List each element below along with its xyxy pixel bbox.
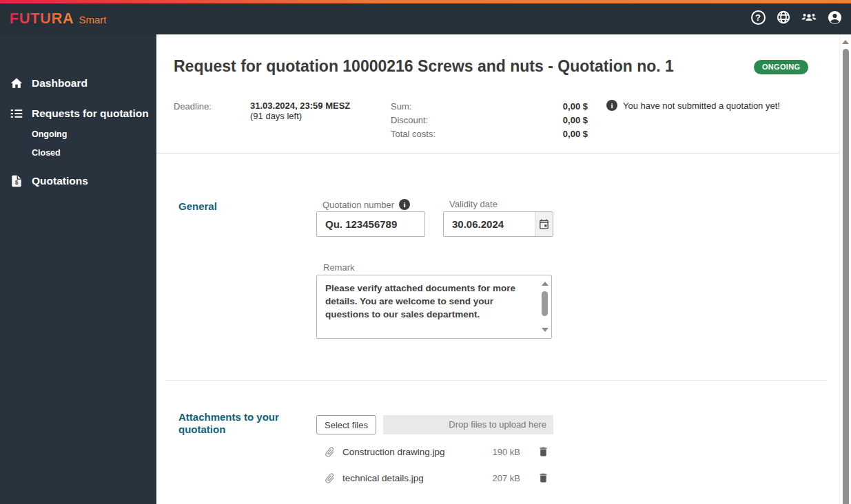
help-icon: ? <box>751 10 766 25</box>
sidebar-item-ongoing[interactable]: Ongoing <box>0 128 156 140</box>
sidebar-item-dashboard[interactable]: Dashboard <box>0 74 156 92</box>
remark-label: Remark <box>323 262 355 273</box>
deadline-label: Deadline: <box>174 101 212 112</box>
sidebar-item-closed[interactable]: Closed <box>0 147 156 159</box>
sidebar-item-requests-for-quotation[interactable]: Requests for quotation <box>0 105 156 123</box>
home-icon <box>10 76 23 90</box>
validity-date-label: Validity date <box>449 199 498 209</box>
attachment-file-name: Construction drawing.jpg <box>342 447 445 457</box>
status-badge: ONGOING <box>754 60 808 74</box>
app-logo: FUTURA Smart <box>10 10 106 28</box>
account-icon <box>827 10 843 25</box>
general-section-heading: General <box>178 200 217 212</box>
remark-scrollbar-thumb[interactable] <box>542 291 548 316</box>
discount-value: 0,00 $ <box>501 115 588 125</box>
app-header: FUTURA Smart ? <box>0 0 851 34</box>
file-dropzone[interactable]: Drop files to upload here <box>383 415 553 434</box>
submission-info-message: You have not submitted a quotation yet! <box>623 101 780 111</box>
sum-value: 0,00 $ <box>501 101 588 112</box>
attachment-file-name: technical details.jpg <box>342 473 424 483</box>
validity-date-input[interactable] <box>444 212 535 236</box>
remark-scrollbar[interactable] <box>540 277 549 337</box>
page-scrollbar-thumb[interactable] <box>843 49 849 504</box>
header-icon-group: ? <box>750 9 843 25</box>
quotation-document-icon: $ <box>10 174 23 188</box>
trash-icon <box>537 445 549 458</box>
sidebar-item-label: Requests for quotation <box>32 107 149 120</box>
list-icon <box>10 107 23 120</box>
scroll-up-icon[interactable] <box>842 40 849 44</box>
scroll-up-icon[interactable] <box>542 282 548 286</box>
brand-suffix: Smart <box>79 14 106 25</box>
page-title: Request for quotation 10000216 Screws an… <box>174 57 746 76</box>
submission-info: i You have not submitted a quotation yet… <box>606 100 780 111</box>
deadline-days-left: (91 days left) <box>250 111 302 121</box>
paperclip-icon <box>322 470 338 487</box>
remark-textarea[interactable]: Please verify attached documents for mor… <box>316 275 552 339</box>
discount-label: Discount: <box>391 115 428 125</box>
page-scrollbar[interactable] <box>839 34 851 504</box>
total-costs-label: Total costs: <box>391 129 435 139</box>
quotation-number-label: Quotation number <box>322 200 394 210</box>
sum-label: Sum: <box>391 101 411 112</box>
section-divider <box>165 380 827 381</box>
sidebar-item-quotations[interactable]: $ Quotations <box>0 172 156 190</box>
calendar-picker-button[interactable] <box>535 212 553 236</box>
section-divider <box>156 153 839 154</box>
quotation-number-input[interactable] <box>316 211 425 237</box>
globe-icon <box>776 10 791 25</box>
attachments-section-heading: Attachments to your quotation <box>178 411 289 436</box>
main-content: Request for quotation 10000216 Screws an… <box>156 34 851 504</box>
language-button[interactable] <box>775 9 792 25</box>
delete-attachment-button[interactable] <box>537 445 550 459</box>
help-button[interactable]: ? <box>750 9 766 25</box>
people-group-icon <box>801 9 817 25</box>
info-icon: i <box>606 100 617 111</box>
select-files-button[interactable]: Select files <box>316 415 376 434</box>
quotation-number-label-row: Quotation number i <box>322 199 410 210</box>
dollar-glyph: $ <box>15 179 19 186</box>
attachment-row: technical details.jpg 207 kB <box>324 470 572 487</box>
attachment-file-size: 190 kB <box>473 447 520 457</box>
validity-date-field <box>443 211 553 237</box>
attachment-row: Construction drawing.jpg 190 kB <box>324 444 572 461</box>
sidebar: Dashboard Requests for quotation Ongoing… <box>0 34 156 504</box>
deadline-value: 31.03.2024, 23:59 MESZ <box>250 101 350 111</box>
quotation-number-info-icon[interactable]: i <box>399 199 410 210</box>
scroll-down-icon[interactable] <box>542 328 548 332</box>
attachment-file-size: 207 kB <box>473 473 520 483</box>
remark-text: Please verify attached documents for mor… <box>325 283 515 319</box>
account-button[interactable] <box>826 9 843 25</box>
delete-attachment-button[interactable] <box>537 472 550 485</box>
brand-name: FUTURA <box>10 10 74 28</box>
paperclip-icon <box>322 444 338 461</box>
sidebar-item-label: Dashboard <box>32 77 88 90</box>
trash-icon <box>537 472 549 484</box>
users-button[interactable] <box>801 9 817 25</box>
sidebar-item-label: Quotations <box>32 175 88 187</box>
header-gradient-bar <box>0 0 851 3</box>
calendar-icon <box>538 218 550 230</box>
total-costs-value: 0,00 $ <box>501 129 588 139</box>
